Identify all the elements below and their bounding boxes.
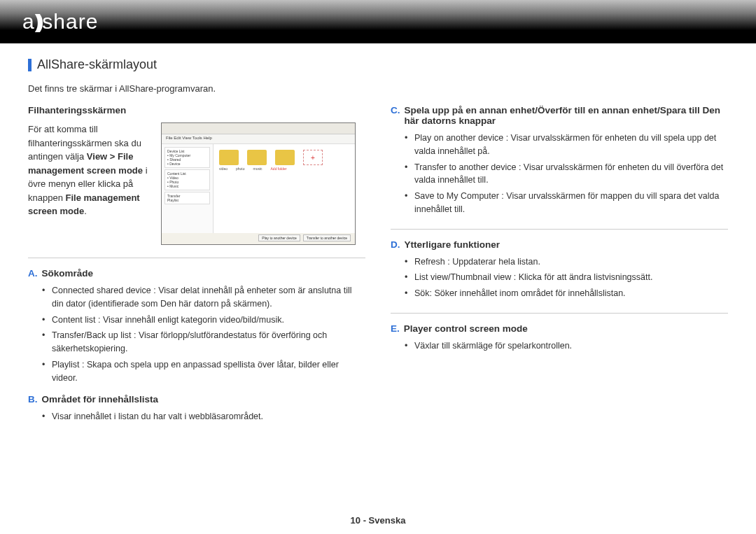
section-d: D. Ytterligare funktioner Refresh : Uppd… [391, 239, 728, 300]
title-c: Spela upp på en annan enhet/Överför till… [405, 105, 729, 126]
list-item: Visar innehållet i listan du har valt i … [45, 410, 365, 423]
list-c: Play on another device : Visar urvalsskä… [391, 132, 728, 216]
intro-text: Det finns tre skärmar i AllShare-program… [28, 83, 728, 94]
right-column: C. Spela upp på en annan enhet/Överför t… [391, 105, 728, 433]
list-item: Content list : Visar innehåll enligt kat… [45, 314, 365, 327]
filemgmt-paragraph: För att komma till filhanteringsskärmen … [28, 122, 154, 218]
section-bar-icon [28, 59, 31, 71]
folder-icon [275, 150, 295, 165]
list-b: Visar innehållet i listan du har valt i … [28, 410, 365, 423]
page-content: AllShare-skärmlayout Det finns tre skärm… [0, 43, 756, 433]
list-item: Växlar till skärmläge för spelarkontroll… [407, 339, 728, 353]
filemgmt-heading: Filhanteringsskärmen [28, 105, 365, 115]
header-band: a))share [0, 0, 756, 43]
list-item: Playlist : Skapa och spela upp en anpass… [45, 358, 365, 385]
section-b: B. Området för innehållslista Visar inne… [28, 394, 365, 423]
letter-d: D. [391, 239, 400, 250]
section-heading: AllShare-skärmlayout [28, 57, 728, 72]
list-item: Transfer/Back up list : Visar förlopp/sl… [45, 329, 365, 356]
list-item: Connected shared device : Visar delat in… [45, 284, 365, 311]
list-item: Save to My Computer : Visar urvalsskärme… [407, 190, 728, 216]
section-c: C. Spela upp på en annan enhet/Överför t… [391, 105, 728, 216]
section-e: E. Player control screen mode Växlar til… [391, 323, 728, 353]
list-item: Sök: Söker innehållet inom området för i… [407, 287, 728, 300]
list-item: List view/Thumbnail view : Klicka för at… [407, 271, 728, 284]
list-item: Refresh : Uppdaterar hela listan. [407, 255, 728, 269]
add-folder-icon: + [303, 150, 323, 165]
list-item: Transfer to another device : Visar urval… [407, 161, 728, 188]
filemgmt-screenshot: File Edit View Tools Help Device List• M… [161, 122, 356, 245]
title-d: Ytterligare funktioner [405, 239, 500, 250]
title-b: Området för innehållslista [42, 394, 159, 405]
folder-icon [219, 150, 239, 165]
letter-a: A. [28, 268, 38, 279]
title-e: Player control screen mode [404, 323, 528, 334]
list-d: Refresh : Uppdaterar hela listan. List v… [391, 255, 728, 300]
letter-c: C. [391, 105, 400, 126]
page-footer: 10 - Svenska [0, 515, 756, 526]
folder-icon [247, 150, 267, 165]
divider [28, 258, 365, 258]
divider [391, 229, 728, 230]
divider [391, 313, 728, 314]
list-item: Play on another device : Visar urvalsskä… [407, 132, 728, 158]
letter-b: B. [28, 394, 38, 405]
list-a: Connected shared device : Visar delat in… [28, 284, 365, 384]
left-column: Filhanteringsskärmen För att komma till … [28, 105, 365, 433]
letter-e: E. [391, 323, 400, 334]
logo: a))share [22, 10, 98, 34]
section-a: A. Sökområde Connected shared device : V… [28, 268, 365, 384]
title-a: Sökområde [42, 268, 94, 279]
list-e: Växlar till skärmläge för spelarkontroll… [391, 339, 728, 353]
section-title: AllShare-skärmlayout [37, 57, 157, 72]
screenshot-menu: File Edit View Tools Help [162, 134, 355, 144]
